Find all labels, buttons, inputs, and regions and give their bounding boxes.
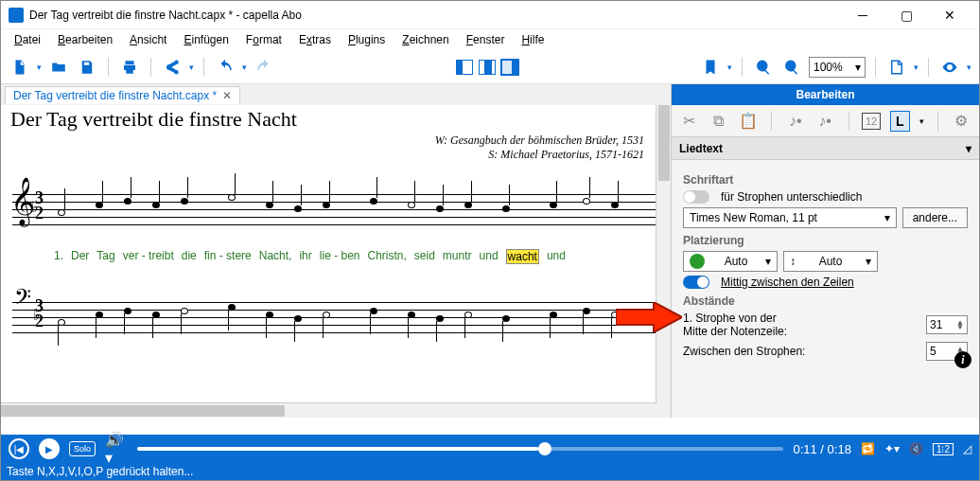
view-mode-button[interactable] — [938, 56, 961, 79]
collapse-icon[interactable]: ▾ — [966, 142, 971, 155]
tab-close-icon[interactable]: ✕ — [222, 89, 232, 102]
lyrics-mode-button[interactable]: L — [890, 111, 910, 132]
menu-edit[interactable]: Bearbeiten — [50, 31, 120, 48]
vertical-scrollbar[interactable] — [656, 105, 671, 418]
undo-button[interactable] — [214, 56, 236, 79]
status-text: Taste N,X,J,V,I,O,P gedrückt halten... — [7, 465, 193, 478]
copy-icon[interactable]: ⧉ — [709, 111, 728, 132]
bookmark-button[interactable] — [699, 56, 722, 79]
score-area[interactable]: Der Tag vertreibt die finstre Nacht W: G… — [1, 105, 673, 418]
time-display: 0:11 / 0:18 — [793, 442, 850, 456]
center-between-lines-toggle[interactable] — [683, 276, 709, 289]
menu-view[interactable]: Ansicht — [122, 31, 174, 48]
plugin-icon[interactable]: ⚙ — [952, 111, 971, 132]
info-icon[interactable]: i — [954, 351, 971, 368]
horizontal-scrollbar[interactable] — [1, 402, 657, 418]
app-icon — [9, 8, 24, 23]
font-section-label: Schriftart — [683, 173, 968, 187]
sidepanel-title: Bearbeiten — [672, 84, 979, 105]
print-button[interactable] — [118, 56, 141, 79]
save-button[interactable] — [76, 56, 98, 79]
zoom-out-button[interactable] — [752, 56, 775, 79]
rewind-button[interactable]: |◀ — [9, 438, 29, 459]
staff-treble: 𝄞 ♭ 32 — [12, 185, 661, 232]
placement-color-select[interactable]: Auto▾ — [683, 251, 778, 272]
bass-clef-icon: 𝄢 — [14, 285, 31, 316]
tab-label: Der Tag vertreibt die finstre Nacht.capx… — [13, 89, 217, 102]
metronome-icon[interactable]: ◿ — [963, 442, 971, 455]
time-signature-bass: 32 — [35, 298, 44, 329]
menu-format[interactable]: Format — [238, 31, 289, 48]
menu-help[interactable]: Hilfe — [514, 31, 551, 48]
font-other-button[interactable]: andere... — [902, 207, 968, 228]
center-toggle-label: Mittig zwischen den Zeilen — [721, 276, 854, 289]
layout-center-button[interactable] — [479, 60, 496, 75]
font-toggle-label: für Strophen unterschiedlich — [721, 190, 862, 204]
open-button[interactable] — [47, 56, 70, 79]
score-credit-2: S: Michael Praetorius, 1571-1621 — [1, 148, 673, 162]
lyrics-line: 1.DerTagver - treibtdiefin - stereNacht,… — [12, 249, 661, 264]
settings-play-icon[interactable]: ✦▾ — [884, 442, 900, 455]
staff-bass: 𝄢 ♭ 32 — [12, 293, 661, 340]
paste-icon[interactable]: 📋 — [738, 111, 758, 132]
menu-insert[interactable]: Einfügen — [176, 31, 236, 48]
font-select[interactable]: Times New Roman, 11 pt▾ — [683, 207, 897, 228]
new-doc-button[interactable] — [9, 56, 31, 79]
dist1-label: 1. Strophe von derMitte der Notenzeile: — [683, 312, 787, 338]
volume-icon[interactable]: 🔊▾ — [105, 437, 128, 460]
minimize-button[interactable]: ─ — [841, 1, 884, 29]
menu-extras[interactable]: Extras — [291, 31, 339, 48]
document-tab[interactable]: Der Tag vertreibt die finstre Nacht.capx… — [5, 86, 240, 104]
page-setup-button[interactable] — [885, 56, 908, 79]
layout-left-button[interactable] — [456, 60, 473, 75]
menu-draw[interactable]: Zeichnen — [394, 31, 456, 48]
placement-vert-select[interactable]: ↕Auto▾ — [783, 251, 878, 272]
maximize-button[interactable]: ▢ — [884, 1, 928, 29]
score-credit-1: W: Gesangbuch der böhmischen Brüder, 153… — [1, 134, 673, 148]
zoom-in-button[interactable] — [780, 56, 803, 79]
callout-arrow-icon — [616, 302, 682, 332]
progress-slider[interactable] — [137, 447, 783, 451]
font-per-stanza-toggle[interactable] — [683, 190, 709, 204]
number-box-icon[interactable]: 12 — [862, 113, 880, 130]
redo-button[interactable] — [253, 56, 275, 79]
zoom-select[interactable]: 100%▾ — [809, 57, 866, 78]
note-tool-2-icon[interactable]: ♪• — [814, 111, 834, 132]
score-title: Der Tag vertreibt die finstre Nacht — [1, 105, 673, 134]
layout-right-button[interactable] — [501, 60, 518, 75]
play-button[interactable]: ▶ — [39, 438, 60, 459]
solo-button[interactable]: Solo — [69, 441, 96, 456]
close-button[interactable]: ✕ — [928, 1, 971, 29]
section-liedtext[interactable]: Liedtext — [679, 142, 723, 155]
menu-window[interactable]: Fenster — [459, 31, 513, 48]
dist1-spinner[interactable]: 31▲▼ — [926, 315, 968, 334]
menubar: Datei Bearbeiten Ansicht Einfügen Format… — [1, 29, 979, 50]
mute-icon[interactable]: 🔇 — [909, 442, 923, 455]
cut-icon[interactable]: ✂ — [679, 111, 699, 132]
svg-marker-0 — [616, 302, 682, 332]
time-signature: 32 — [35, 190, 44, 221]
placement-section-label: Platzierung — [683, 234, 968, 247]
loop-icon[interactable]: 🔁 — [861, 442, 875, 455]
menu-file[interactable]: Datei — [7, 31, 48, 48]
menu-plugins[interactable]: Plugins — [341, 31, 393, 48]
share-button[interactable] — [161, 56, 184, 79]
note-tool-1-icon[interactable]: ♪• — [785, 111, 805, 132]
counter-icon[interactable]: 1⁝2 — [933, 443, 954, 455]
dist2-label: Zwischen den Strophen: — [683, 345, 805, 358]
window-title: Der Tag vertreibt die finstre Nacht.capx… — [29, 9, 841, 22]
distances-section-label: Abstände — [683, 294, 968, 308]
